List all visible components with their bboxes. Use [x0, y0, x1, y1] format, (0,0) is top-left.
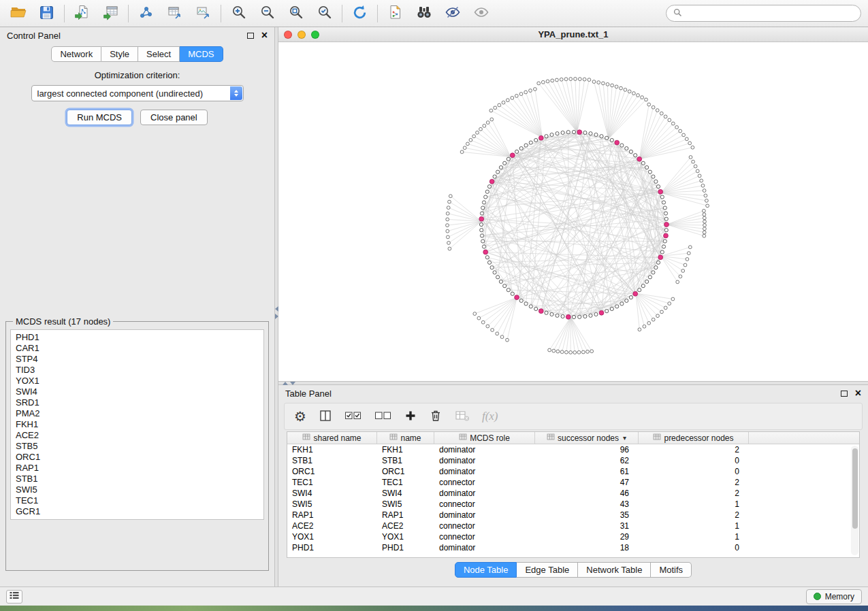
import-table-file-button[interactable]	[99, 2, 122, 24]
mcds-result-item[interactable]: TID3	[11, 365, 263, 376]
table-row[interactable]: RAP1RAP1dominator352	[287, 510, 859, 521]
tab-select[interactable]: Select	[138, 46, 180, 62]
open-file-button[interactable]	[7, 2, 29, 24]
column-header-label: shared name	[313, 433, 361, 443]
apply-layout-button[interactable]	[349, 2, 371, 24]
scrollbar-thumb[interactable]	[852, 448, 858, 529]
criterion-select[interactable]: largest connected component (undirected)	[31, 85, 244, 101]
search-box[interactable]	[666, 5, 861, 22]
mcds-result-title: MCDS result (17 nodes)	[13, 316, 113, 327]
export-network-button[interactable]	[135, 2, 157, 24]
memory-button[interactable]: Memory	[806, 589, 862, 604]
mcds-result-item[interactable]: TEC1	[11, 495, 263, 506]
mcds-result-list[interactable]: PHD1CAR1STP4TID3YOX1SWI4SRD1PMA2FKH1ACE2…	[10, 329, 264, 520]
collapse-left-icon[interactable]	[275, 306, 278, 312]
mcds-result-item[interactable]: STB1	[11, 474, 263, 484]
table-row[interactable]: ACE2ACE2connector311	[287, 521, 859, 531]
mcds-result-item[interactable]: SWI4	[11, 386, 263, 397]
close-panel-icon[interactable]: ×	[261, 30, 268, 41]
table-row[interactable]: STB1STB1dominator620	[287, 455, 859, 466]
column-header-name[interactable]: name	[377, 432, 434, 444]
toolbar-separator	[64, 5, 65, 22]
tab-node-table[interactable]: Node Table	[455, 562, 517, 578]
close-panel-button[interactable]: Close panel	[140, 110, 208, 125]
create-column-button[interactable]	[404, 410, 417, 424]
close-table-panel-icon[interactable]: ×	[855, 388, 861, 399]
network-titlebar[interactable]: YPA_prune.txt_1	[278, 27, 868, 42]
tab-network[interactable]: Network	[51, 46, 101, 62]
table-row[interactable]: PHD1PHD1dominator180	[287, 542, 859, 553]
zoom-fit-button[interactable]	[285, 2, 307, 24]
mcds-result-item[interactable]: ORC1	[11, 452, 263, 463]
collapse-right-icon[interactable]	[275, 314, 278, 319]
table-settings-button[interactable]: ⚙	[294, 410, 306, 423]
table-grid-icon	[459, 433, 467, 443]
mcds-result-item[interactable]: ACE2	[11, 430, 263, 441]
table-scrollbar[interactable]	[851, 446, 858, 555]
table-cell: 1	[639, 531, 749, 542]
zoom-out-button[interactable]	[256, 2, 278, 24]
deselect-all-columns-button[interactable]	[374, 410, 392, 424]
table-cell: 2	[639, 444, 749, 455]
tab-motifs[interactable]: Motifs	[651, 562, 692, 578]
zoom-selected-button[interactable]	[313, 2, 336, 24]
close-window-icon[interactable]	[284, 31, 292, 39]
import-network-file-button[interactable]	[71, 2, 93, 24]
mcds-result-item[interactable]: RAP1	[11, 463, 263, 474]
mcds-result-item[interactable]: YOX1	[11, 376, 263, 386]
table-row[interactable]: FKH1FKH1dominator962	[287, 444, 859, 455]
delete-column-button[interactable]	[429, 409, 443, 425]
column-header-MCDS-role[interactable]: MCDS role	[434, 432, 535, 444]
zoom-in-button[interactable]	[227, 2, 250, 24]
delete-table-button[interactable]	[455, 409, 470, 425]
mcds-result-item[interactable]: GCR1	[11, 506, 263, 517]
save-session-button[interactable]	[35, 2, 58, 24]
column-header-predecessor-nodes[interactable]: predecessor nodes	[639, 432, 749, 444]
mcds-result-item[interactable]: PHD1	[11, 332, 263, 343]
export-table-button[interactable]	[163, 2, 186, 24]
maximize-window-icon[interactable]	[311, 31, 319, 39]
table-cell: 29	[535, 531, 639, 542]
table-row[interactable]: TEC1TEC1connector472	[287, 477, 859, 488]
show-graphics-details-button[interactable]	[470, 2, 492, 24]
mcds-result-item[interactable]: CAR1	[11, 343, 263, 354]
collapse-down-icon[interactable]	[290, 382, 295, 385]
collapse-up-icon[interactable]	[283, 382, 288, 385]
search-input[interactable]	[686, 9, 854, 18]
table-cell: connector	[434, 477, 535, 488]
float-table-panel-icon[interactable]	[841, 391, 848, 397]
tab-network-table[interactable]: Network Table	[578, 562, 651, 578]
mcds-result-item[interactable]: SRD1	[11, 397, 263, 408]
find-button[interactable]	[413, 2, 435, 24]
function-builder-button[interactable]: f(x)	[482, 410, 498, 423]
float-panel-icon[interactable]	[247, 33, 254, 39]
mcds-result-item[interactable]: STB5	[11, 441, 263, 452]
select-all-columns-button[interactable]	[344, 410, 362, 424]
mcds-result-item[interactable]: STP4	[11, 354, 263, 365]
import-table-icon	[103, 4, 119, 22]
tab-edge-table[interactable]: Edge Table	[517, 562, 578, 578]
mcds-result-item[interactable]: FKH1	[11, 419, 263, 430]
toggle-graphics-details-button[interactable]	[441, 2, 464, 24]
export-image-button[interactable]	[192, 2, 214, 24]
task-history-button[interactable]	[6, 590, 22, 604]
tab-style[interactable]: Style	[101, 46, 138, 62]
network-canvas-area[interactable]	[278, 42, 868, 381]
table-row[interactable]: SWI4SWI4dominator462	[287, 488, 859, 499]
table-cell: connector	[434, 521, 535, 531]
column-header-successor-nodes[interactable]: successor nodes▾	[535, 432, 639, 444]
column-header-shared-name[interactable]: shared name	[287, 432, 377, 444]
table-row[interactable]: YOX1YOX1connector291	[287, 531, 859, 542]
table-row[interactable]: SWI5SWI5connector431	[287, 499, 859, 510]
sort-descending-icon[interactable]: ▾	[623, 434, 626, 442]
mcds-result-item[interactable]: SWI5	[11, 484, 263, 495]
table-row[interactable]: ORC1ORC1dominator610	[287, 466, 859, 477]
network-document-button[interactable]	[384, 2, 406, 24]
tab-mcds[interactable]: MCDS	[180, 46, 223, 62]
zoom-out-icon	[259, 4, 276, 22]
network-canvas[interactable]	[278, 42, 868, 380]
mcds-result-item[interactable]: PMA2	[11, 408, 263, 419]
show-columns-button[interactable]	[319, 409, 332, 425]
run-mcds-button[interactable]: Run MCDS	[67, 110, 132, 125]
minimize-window-icon[interactable]	[298, 31, 306, 39]
